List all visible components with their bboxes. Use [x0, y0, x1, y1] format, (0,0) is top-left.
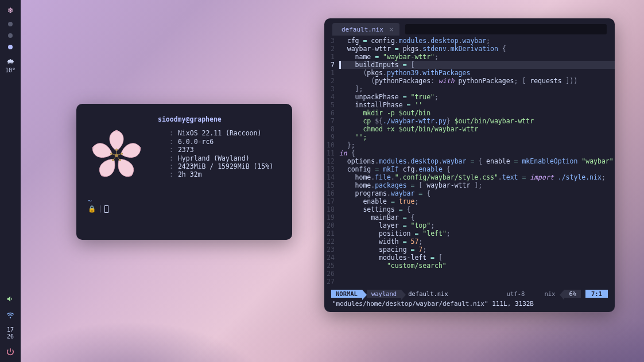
fetch-row-sep: :: [169, 154, 173, 162]
workspace-dot-2[interactable]: [8, 33, 13, 38]
status-filetype: nix: [540, 290, 560, 298]
status-right: utf-8 nix 6% 7:1: [502, 290, 608, 298]
volume-icon[interactable]: [6, 294, 15, 303]
status-encoding: utf-8: [502, 290, 530, 298]
weather-icon: 🌧: [5, 56, 15, 67]
prompt-path: ~: [88, 197, 281, 205]
svg-point-6: [119, 159, 121, 161]
fetch-row-icon: [158, 138, 165, 146]
editor-window[interactable]: default.nix × 32171234567891011121314151…: [324, 18, 615, 312]
tab-close-icon[interactable]: ×: [389, 25, 394, 34]
workspace-dot-1[interactable]: [8, 22, 13, 26]
fetch-row: :NixOS 22.11 (Raccoon): [158, 129, 281, 137]
status-position: 7:1: [585, 290, 608, 298]
shell-prompt[interactable]: ~ 🔒|: [88, 197, 281, 213]
fetch-row-icon: [158, 154, 165, 162]
fetch-output: sioodmy@graphene :NixOS 22.11 (Raccoon):…: [88, 115, 281, 184]
tab-label: default.nix: [342, 26, 383, 33]
prompt-sep: |: [98, 205, 102, 213]
status-mode: NORMAL: [331, 290, 362, 298]
fetch-row-icon: [158, 146, 165, 154]
fetch-row-icon: [158, 162, 165, 170]
clock-widget: 17 26: [7, 326, 14, 340]
prompt-lock-icon: 🔒: [88, 205, 96, 213]
fetch-row-val: Hyprland (Wayland): [178, 154, 250, 162]
status-branch: wayland: [367, 290, 401, 298]
fetch-row-sep: :: [169, 146, 173, 154]
svg-point-10: [111, 153, 112, 155]
fetch-row: :Hyprland (Wayland): [158, 154, 281, 162]
editor-cmdline: "modules/home/desktop/waybar/default.nix…: [324, 299, 615, 312]
fetch-row-val: 2373: [178, 146, 194, 154]
nix-logo-icon[interactable]: ❄: [6, 6, 15, 15]
fetch-row: :2423MiB / 15929MiB (15%): [158, 162, 281, 170]
fetch-row-icon: [158, 170, 165, 178]
code-area[interactable]: cfg = config.modules.desktop.waybar; way…: [339, 37, 615, 289]
fetch-row-sep: :: [169, 162, 173, 170]
fetch-row-val: 2423MiB / 15929MiB (15%): [178, 162, 273, 170]
status-bar: ❄ 🌧 10° 17 26: [0, 0, 21, 362]
prompt-line: 🔒|: [88, 205, 281, 213]
clock-min: 26: [7, 333, 14, 340]
prompt-cursor: [104, 205, 108, 213]
bar-top-group: ❄ 🌧 10°: [5, 6, 15, 74]
wifi-icon[interactable]: [6, 310, 15, 320]
fetch-row-icon: [158, 129, 165, 137]
svg-point-2: [116, 149, 118, 151]
terminal-window[interactable]: sioodmy@graphene :NixOS 22.11 (Raccoon):…: [76, 104, 292, 240]
clock-hour: 17: [7, 326, 14, 333]
fetch-row-sep: :: [169, 138, 173, 146]
power-icon[interactable]: [6, 347, 15, 356]
fetch-row: :2h 32m: [158, 170, 281, 178]
branch-name: wayland: [371, 290, 397, 297]
editor-tabbar: default.nix ×: [324, 18, 615, 36]
fetch-row-sep: :: [169, 129, 173, 137]
weather-widget[interactable]: 🌧 10°: [5, 56, 15, 74]
fetch-info: sioodmy@graphene :NixOS 22.11 (Raccoon):…: [158, 115, 281, 184]
fetch-row-val: 6.0.0-rc6: [178, 138, 214, 146]
fetch-row-sep: :: [169, 170, 173, 178]
fetch-row: :6.0.0-rc6: [158, 138, 281, 146]
weather-temp: 10°: [5, 67, 15, 74]
fetch-title: sioodmy@graphene: [158, 115, 281, 123]
tabbar-fill: [405, 24, 607, 34]
status-percent: 6%: [564, 290, 581, 298]
sakura-logo-icon: [88, 127, 145, 184]
bar-bottom-group: 17 26: [6, 294, 15, 356]
editor-statusline: NORMAL wayland default.nix utf-8 nix 6% …: [331, 289, 608, 299]
line-gutter: 3217123456789101112131415161718192021222…: [327, 37, 339, 289]
fetch-row-val: NixOS 22.11 (Raccoon): [178, 129, 261, 137]
editor-body[interactable]: 3217123456789101112131415161718192021222…: [324, 36, 615, 289]
fetch-row-val: 2h 32m: [178, 170, 202, 178]
status-file: default.nix: [401, 290, 453, 298]
workspace-dot-3[interactable]: [8, 45, 13, 49]
fetch-row: :2373: [158, 146, 281, 154]
svg-point-4: [121, 153, 123, 155]
tab-default-nix[interactable]: default.nix ×: [332, 23, 399, 36]
svg-point-8: [112, 159, 114, 161]
